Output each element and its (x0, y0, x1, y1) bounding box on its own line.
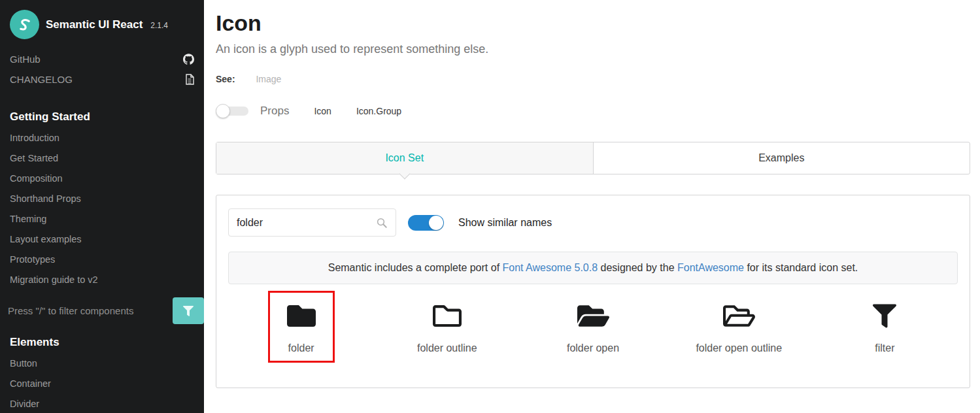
props-toggle-knob (216, 104, 230, 118)
icon-cell-filter[interactable]: filter (812, 291, 958, 363)
icon-grid: folder folder outline (228, 291, 958, 363)
folder-open-outline-icon (723, 303, 755, 328)
icon-search-input[interactable] (237, 217, 376, 229)
tab-examples[interactable]: Examples (594, 142, 970, 174)
folder-open-icon (577, 303, 609, 328)
props-link-icon-group[interactable]: Icon.Group (356, 106, 401, 116)
sidebar-item-migration-guide[interactable]: Migration guide to v2 (0, 269, 204, 289)
filter-components-input[interactable] (0, 297, 173, 324)
logo-row: Semantic UI React 2.1.4 (0, 0, 204, 49)
tab-icon-set[interactable]: Icon Set (216, 142, 594, 174)
show-similar-toggle[interactable] (408, 215, 444, 231)
props-row: Props Icon Icon.Group (216, 104, 970, 118)
folder-icon (287, 303, 316, 328)
icon-label: folder outline (417, 342, 477, 354)
icon-cell-folder-open[interactable]: folder open (520, 291, 666, 363)
github-icon (183, 54, 194, 65)
sidebar: Semantic UI React 2.1.4 GitHub CHANGELOG… (0, 0, 204, 413)
folder-outline-icon (433, 303, 462, 328)
message-text: for its standard icon set. (744, 262, 858, 273)
font-awesome-message: Semantic includes a complete port of Fon… (228, 252, 958, 284)
github-link[interactable]: GitHub (0, 49, 204, 69)
message-text: Semantic includes a complete port of (328, 262, 503, 273)
sidebar-item-composition[interactable]: Composition (0, 168, 204, 188)
icon-label: folder open outline (696, 342, 782, 354)
app-window: Semantic UI React 2.1.4 GitHub CHANGELOG… (0, 0, 980, 413)
sidebar-item-button[interactable]: Button (0, 353, 204, 373)
sidebar-item-introduction[interactable]: Introduction (0, 127, 204, 148)
icon-label: folder open (567, 342, 619, 354)
props-toggle-label: Props (260, 105, 289, 118)
sidebar-item-theming[interactable]: Theming (0, 208, 204, 229)
icon-cell-folder[interactable]: folder (228, 291, 374, 363)
sidebar-item-prototypes[interactable]: Prototypes (0, 249, 204, 269)
icon-cell-folder-outline[interactable]: folder outline (374, 291, 520, 363)
icon-cell-folder-open-outline[interactable]: folder open outline (666, 291, 812, 363)
version-label: 2.1.4 (150, 21, 168, 30)
section-heading-getting-started: Getting Started (0, 107, 204, 127)
see-also-row: See: Image (216, 74, 970, 84)
sidebar-item-shorthand-props[interactable]: Shorthand Props (0, 188, 204, 208)
app-title: Semantic UI React (46, 18, 143, 31)
show-similar-toggle-knob (429, 216, 443, 230)
annotation-rectangle: folder (268, 291, 335, 363)
tab-menu: Icon Set Examples (216, 142, 970, 174)
page-title: Icon (216, 10, 970, 36)
show-similar-label: Show similar names (458, 217, 552, 229)
fontawesome-link[interactable]: FontAwesome (677, 262, 744, 273)
filter-icon (183, 306, 194, 316)
section-heading-elements: Elements (0, 332, 204, 353)
page-subtitle: An icon is a glyph used to represent som… (216, 42, 970, 56)
sidebar-item-container[interactable]: Container (0, 373, 204, 393)
semantic-ui-logo-icon[interactable] (10, 10, 39, 39)
sidebar-search (0, 297, 204, 324)
sidebar-item-layout-examples[interactable]: Layout examples (0, 229, 204, 249)
sidebar-item-get-started[interactable]: Get Started (0, 148, 204, 168)
icon-set-panel: Show similar names Semantic includes a c… (216, 195, 970, 388)
props-toggle[interactable] (216, 104, 248, 118)
main-content: Icon An icon is a glyph used to represen… (204, 0, 980, 413)
changelog-icon (185, 74, 194, 85)
github-link-label: GitHub (10, 54, 41, 65)
sidebar-item-divider[interactable]: Divider (0, 393, 204, 413)
changelog-link[interactable]: CHANGELOG (0, 69, 204, 90)
props-link-icon[interactable]: Icon (314, 106, 331, 116)
filter-button[interactable] (173, 297, 204, 324)
message-text: designed by the (598, 262, 677, 273)
see-link-image[interactable]: Image (256, 74, 281, 84)
icon-search-box (228, 208, 396, 237)
icon-search-row: Show similar names (228, 208, 958, 237)
font-awesome-version-link[interactable]: Font Awesome 5.0.8 (503, 262, 598, 273)
icon-label: folder (288, 342, 314, 354)
filter-grid-icon (873, 303, 896, 328)
see-label: See: (216, 74, 235, 84)
changelog-link-label: CHANGELOG (10, 74, 73, 85)
search-icon (376, 217, 388, 229)
icon-label: filter (875, 342, 894, 354)
